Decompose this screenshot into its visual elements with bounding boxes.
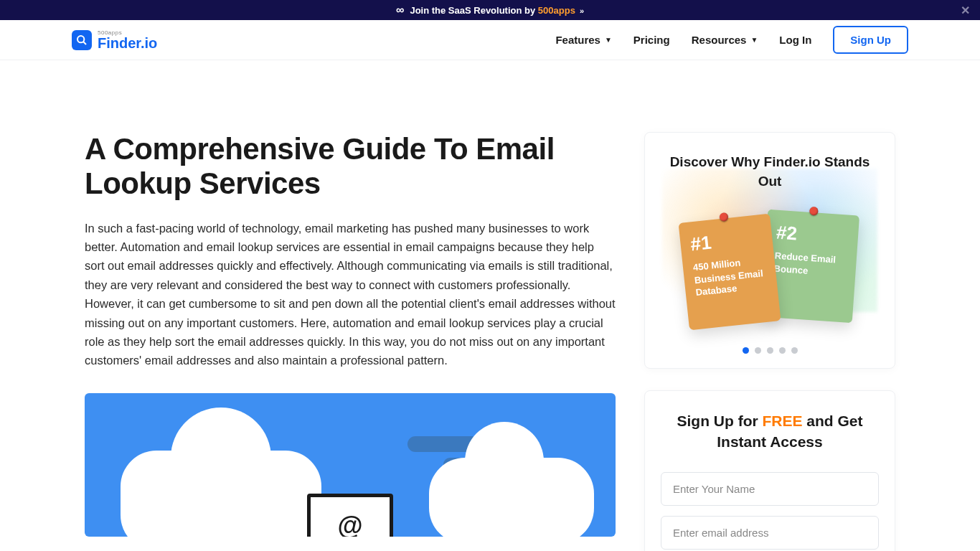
hero-illustration: @ <box>85 393 616 537</box>
logo-mark-icon <box>72 30 92 50</box>
notes-carousel: #1 450 Million Business Email Database #… <box>661 212 879 327</box>
signup-button[interactable]: Sign Up <box>833 26 908 54</box>
carousel-dot[interactable] <box>755 347 761 354</box>
nav-resources[interactable]: Resources ▼ <box>692 34 758 46</box>
signup-free: FREE <box>762 413 802 429</box>
main-column: A Comprehensive Guide To Email Lookup Se… <box>85 132 616 537</box>
note-text: Reduce Email Bounce <box>773 250 847 280</box>
carousel-dot[interactable] <box>767 347 773 354</box>
page-content: A Comprehensive Guide To Email Lookup Se… <box>0 60 980 551</box>
signup-title: Sign Up for FREE and Get Instant Access <box>661 411 879 452</box>
carousel-dot[interactable] <box>779 347 786 354</box>
carousel-dots <box>661 347 879 354</box>
name-field[interactable] <box>661 472 879 506</box>
navbar: 500apps Finder.io Features ▼ Pricing Res… <box>0 20 980 60</box>
nav-login-label: Log In <box>779 34 811 46</box>
note-text: 450 Million Business Email Database <box>692 254 768 299</box>
discover-card: Discover Why Finder.io Stands Out #1 450… <box>644 132 895 369</box>
logo-title: Finder.io <box>98 36 157 50</box>
nav-pricing-label: Pricing <box>633 34 670 46</box>
signup-prefix: Sign Up for <box>677 413 762 429</box>
nav-pricing[interactable]: Pricing <box>633 34 670 46</box>
announcement-text[interactable]: Join the SaaS Revolution by 500apps» <box>410 5 584 16</box>
nav-resources-label: Resources <box>692 34 747 46</box>
infinity-icon: ∞ <box>396 4 404 17</box>
carousel-dot[interactable] <box>743 347 749 354</box>
announcement-highlight: 500apps <box>538 5 575 16</box>
svg-point-0 <box>77 36 84 42</box>
carousel-dot[interactable] <box>791 347 798 354</box>
email-field[interactable] <box>661 516 879 550</box>
nav-features[interactable]: Features ▼ <box>555 34 611 46</box>
nav-features-label: Features <box>555 34 600 46</box>
chevron-right-icon: » <box>580 6 584 15</box>
at-icon: @ <box>337 511 362 537</box>
logo-text: 500apps Finder.io <box>98 30 157 50</box>
sidebar: Discover Why Finder.io Stands Out #1 450… <box>644 132 895 551</box>
note-number: #2 <box>776 222 849 249</box>
signup-card: Sign Up for FREE and Get Instant Access <box>644 390 895 551</box>
pin-icon <box>719 212 728 222</box>
announcement-prefix: Join the SaaS Revolution by <box>410 5 537 16</box>
svg-line-1 <box>83 42 86 44</box>
pin-icon <box>809 207 819 216</box>
cloud-icon <box>429 458 594 537</box>
discover-title: Discover Why Finder.io Stands Out <box>661 153 879 191</box>
article-body: In such a fast-pacing world of technolog… <box>85 219 616 370</box>
nav-links: Features ▼ Pricing Resources ▼ Log In Si… <box>555 26 908 54</box>
cloud-icon <box>121 451 321 537</box>
close-icon[interactable]: ✕ <box>961 4 970 17</box>
envelope-icon: @ <box>307 494 393 537</box>
note-card-1[interactable]: #1 450 Million Business Email Database <box>679 214 781 331</box>
logo[interactable]: 500apps Finder.io <box>72 30 157 50</box>
chevron-down-icon: ▼ <box>605 36 612 44</box>
page-title: A Comprehensive Guide To Email Lookup Se… <box>85 132 616 202</box>
note-number: #1 <box>689 226 763 255</box>
nav-login[interactable]: Log In <box>779 34 811 46</box>
chevron-down-icon: ▼ <box>750 36 758 44</box>
announcement-bar: ∞ Join the SaaS Revolution by 500apps» ✕ <box>0 0 980 20</box>
